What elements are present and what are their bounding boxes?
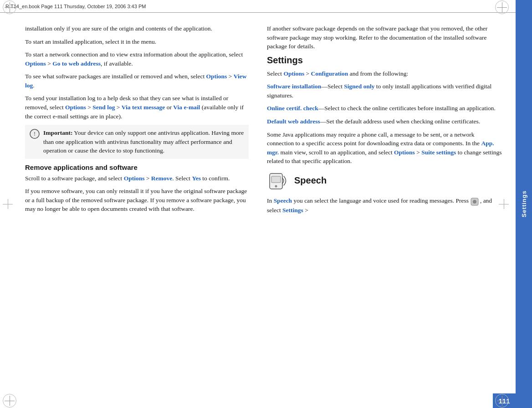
options-link-2: Options (206, 73, 227, 80)
para-settings-intro: Select Options > Configuration and from … (267, 69, 502, 78)
options-link-5: Options (283, 70, 304, 77)
para-speech-text: In Speech you can select the language an… (267, 196, 502, 214)
header-text: RIT14_en.book Page 111 Thursday, October… (5, 4, 146, 9)
para-remove-1: Scroll to a software package, and select… (25, 174, 249, 183)
svg-text:!: ! (34, 131, 36, 137)
app-mgr-link: App. mgr. (267, 140, 494, 156)
yes-link: Yes (192, 175, 201, 182)
para-send-log: To send your installation log to a help … (25, 94, 249, 121)
right-column: If another software package depends on t… (258, 17, 516, 403)
speech-link: Speech (274, 197, 292, 204)
decoration-crosshair-tr (497, 2, 507, 12)
speech-header: Speech (267, 170, 327, 192)
remove-section-heading: Remove applications and software (25, 163, 249, 171)
para-network-connection: To start a network connection and to vie… (25, 50, 249, 68)
decoration-crosshair-tl (5, 2, 15, 12)
options-link-1: Options (25, 60, 46, 67)
configuration-link: Configuration (311, 70, 348, 77)
speech-title: Speech (294, 175, 327, 186)
svg-rect-3 (271, 176, 281, 183)
menu-key-icon (471, 197, 479, 206)
header-bar: RIT14_en.book Page 111 Thursday, October… (0, 0, 532, 13)
remove-link: Remove (151, 175, 172, 182)
send-log-link: Send log (92, 104, 115, 111)
svg-point-6 (473, 200, 476, 204)
signed-only-link: Signed only (344, 83, 374, 90)
side-tab-label: Settings (521, 190, 527, 217)
speech-icon (267, 170, 289, 192)
para-software-installation: Software installation—Select Signed only… (267, 82, 502, 100)
via-email-link: Via e-mail (173, 104, 200, 111)
options-link-6: Options (394, 149, 415, 156)
note-text: Important: Your device can only support … (43, 128, 244, 155)
main-content: installation only if you are sure of the… (0, 13, 516, 408)
options-link-3: Options (65, 104, 86, 111)
para-online-certif: Online certif. check—Select to check the… (267, 104, 502, 113)
left-column: installation only if you are sure of the… (0, 17, 258, 403)
default-web-term: Default web address (267, 118, 320, 125)
settings-link: Settings (282, 207, 303, 214)
svg-point-4 (275, 185, 277, 187)
via-text-message-link: Via text message (122, 104, 165, 111)
para-view-log: To see what software packages are instal… (25, 72, 249, 90)
note-icon: ! (30, 129, 40, 155)
settings-heading: Settings (267, 55, 502, 66)
para-default-web: Default web address—Set the default addr… (267, 117, 502, 126)
para-remove-2: If you remove software, you can only rei… (25, 187, 249, 214)
note-box: ! Important: Your device can only suppor… (25, 125, 249, 159)
speech-section: Speech In Speech you can select the lang… (267, 170, 502, 219)
go-to-web-address-link: Go to web address (52, 60, 101, 67)
para-java-apps: Some Java applications may require a pho… (267, 130, 502, 166)
suite-settings-link: Suite settings (421, 149, 456, 156)
options-link-4: Options (124, 175, 145, 182)
side-tab: Settings (516, 0, 532, 408)
para-start-app: To start an installed application, selec… (25, 37, 249, 46)
software-installation-term: Software installation (267, 83, 321, 90)
para-installation: installation only if you are sure of the… (25, 24, 249, 33)
online-certif-term: Online certif. check (267, 105, 318, 112)
para-depends: If another software package depends on t… (267, 24, 502, 51)
